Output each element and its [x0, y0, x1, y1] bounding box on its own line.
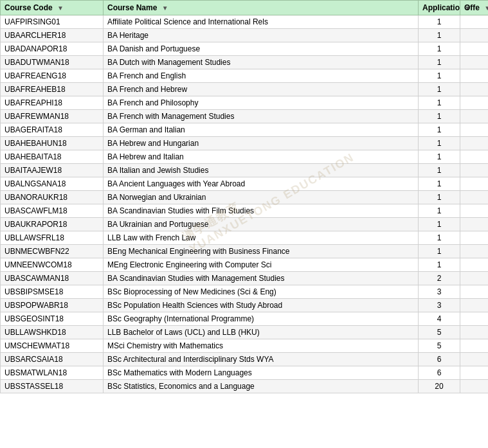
table-row: UMSCHEWMAT18MSci Chemistry with Mathemat…: [1, 339, 489, 353]
cell-code: UBASCAWFLM18: [1, 204, 104, 218]
cell-offers: [460, 191, 489, 204]
cell-applications: 1: [419, 245, 460, 258]
cell-applications: 3: [419, 299, 460, 312]
cell-offers: [460, 110, 489, 123]
cell-applications: 6: [419, 353, 460, 366]
table-row: UBSBIPSMSE18BSc Bioprocessing of New Med…: [1, 285, 489, 299]
cell-name: LLB Law with French Law: [104, 231, 419, 245]
cell-offers: [460, 83, 489, 96]
cell-name: Affiliate Political Science and Internat…: [104, 15, 419, 29]
cell-code: UBSGEOSINT18: [1, 312, 104, 326]
cell-code: UBAGERAITA18: [1, 123, 104, 137]
sort-icon-off[interactable]: ▼: [484, 4, 488, 12]
cell-code: UBSSTASSEL18: [1, 380, 104, 393]
cell-applications: 1: [419, 123, 460, 137]
table-row: UBLLAWSFRL18LLB Law with French Law1: [1, 231, 489, 245]
table-container: 渊学通教育YUANXUETONG EDUCATION Course Code ▼…: [0, 0, 488, 393]
cell-applications: 3: [419, 285, 460, 299]
cell-name: BSc Statistics, Economics and a Language: [104, 380, 419, 393]
table-row: UBADUTWMAN18BA Dutch with Management Stu…: [1, 56, 489, 69]
cell-applications: 1: [419, 110, 460, 123]
cell-name: BA French with Management Studies: [104, 110, 419, 123]
sort-icon-code[interactable]: ▼: [57, 4, 64, 12]
cell-code: UBANORAUKR18: [1, 191, 104, 204]
cell-applications: 1: [419, 150, 460, 164]
table-row: UBAARCLHER18BA Heritage1: [1, 29, 489, 42]
sort-icon-name[interactable]: ▼: [162, 4, 168, 12]
col-header-name[interactable]: Course Name ▼: [104, 1, 419, 15]
col-header-code[interactable]: Course Code ▼: [1, 1, 104, 15]
cell-applications: 1: [419, 137, 460, 150]
cell-applications: 2: [419, 272, 460, 285]
cell-code: UBAFREAPHI18: [1, 96, 104, 110]
cell-offers: [460, 353, 489, 366]
table-row: UBNMECWBFN22BEng Mechanical Engineering …: [1, 245, 489, 258]
cell-applications: 5: [419, 326, 460, 339]
cell-name: BA Ukrainian and Portuguese: [104, 218, 419, 231]
table-row: UBSMATWLAN18BSc Mathematics with Modern …: [1, 366, 489, 380]
cell-offers: [460, 326, 489, 339]
cell-code: UMSCHEWMAT18: [1, 339, 104, 353]
table-row: UBAFREWMAN18BA French with Management St…: [1, 110, 489, 123]
table-row: UBAFREAPHI18BA French and Philosophy1: [1, 96, 489, 110]
cell-applications: 20: [419, 380, 460, 393]
cell-offers: [460, 285, 489, 299]
cell-name: MEng Electronic Engineering with Compute…: [104, 258, 419, 272]
cell-name: BSc Mathematics with Modern Languages: [104, 366, 419, 380]
cell-applications: 6: [419, 366, 460, 380]
cell-applications: 1: [419, 83, 460, 96]
cell-name: BSc Population Health Sciences with Stud…: [104, 299, 419, 312]
table-row: UBAITAAJEW18BA Italian and Jewish Studie…: [1, 164, 489, 177]
table-row: UMNEENWCOM18MEng Electronic Engineering …: [1, 258, 489, 272]
cell-name: BA French and Hebrew: [104, 83, 419, 96]
table-row: UBAGERAITA18BA German and Italian1: [1, 123, 489, 137]
cell-name: BA Scandinavian Studies with Film Studie…: [104, 204, 419, 218]
cell-applications: 1: [419, 96, 460, 110]
cell-offers: [460, 29, 489, 42]
cell-applications: 1: [419, 15, 460, 29]
cell-code: UBALNGSANA18: [1, 177, 104, 191]
table-row: UBAUKRAPOR18BA Ukrainian and Portuguese1: [1, 218, 489, 231]
cell-applications: 1: [419, 177, 460, 191]
cell-offers: [460, 177, 489, 191]
cell-code: UBLLAWSHKD18: [1, 326, 104, 339]
cell-offers: [460, 96, 489, 110]
cell-name: BA Norwegian and Ukrainian: [104, 191, 419, 204]
cell-code: UBSPOPWABR18: [1, 299, 104, 312]
table-row: UBALNGSANA18BA Ancient Languages with Ye…: [1, 177, 489, 191]
cell-code: UBAFREAENG18: [1, 69, 104, 83]
cell-name: BA German and Italian: [104, 123, 419, 137]
cell-offers: [460, 150, 489, 164]
cell-code: UBAARCLHER18: [1, 29, 104, 42]
table-row: UBAHEBAHUN18BA Hebrew and Hungarian1: [1, 137, 489, 150]
cell-code: UBNMECWBFN22: [1, 245, 104, 258]
cell-offers: [460, 380, 489, 393]
cell-offers: [460, 42, 489, 56]
cell-offers: [460, 218, 489, 231]
cell-offers: [460, 69, 489, 83]
cell-offers: [460, 231, 489, 245]
cell-applications: 1: [419, 231, 460, 245]
cell-code: UBAUKRAPOR18: [1, 218, 104, 231]
cell-name: BSc Geography (International Programme): [104, 312, 419, 326]
cell-name: BA Scandinavian Studies with Management …: [104, 272, 419, 285]
cell-code: UBSARCSAIA18: [1, 353, 104, 366]
cell-name: BA Heritage: [104, 29, 419, 42]
cell-offers: [460, 204, 489, 218]
cell-code: UMNEENWCOM18: [1, 258, 104, 272]
table-header-row: Course Code ▼ Course Name ▼ Applicatio ▼…: [1, 1, 489, 15]
cell-name: BA Hebrew and Hungarian: [104, 137, 419, 150]
table-row: UBASCAWMAN18BA Scandinavian Studies with…: [1, 272, 489, 285]
cell-name: BA Hebrew and Italian: [104, 150, 419, 164]
table-row: UBAFREAENG18BA French and English1: [1, 69, 489, 83]
col-header-off[interactable]: Offe ▼: [460, 1, 489, 15]
cell-code: UBSBIPSMSE18: [1, 285, 104, 299]
table-row: UBLLAWSHKD18LLB Bachelor of Laws (UCL) a…: [1, 326, 489, 339]
cell-offers: [460, 56, 489, 69]
cell-code: UBASCAWMAN18: [1, 272, 104, 285]
col-header-app[interactable]: Applicatio ▼: [419, 1, 460, 15]
courses-table: Course Code ▼ Course Name ▼ Applicatio ▼…: [0, 0, 488, 393]
cell-applications: 5: [419, 339, 460, 353]
cell-offers: [460, 258, 489, 272]
cell-applications: 1: [419, 258, 460, 272]
